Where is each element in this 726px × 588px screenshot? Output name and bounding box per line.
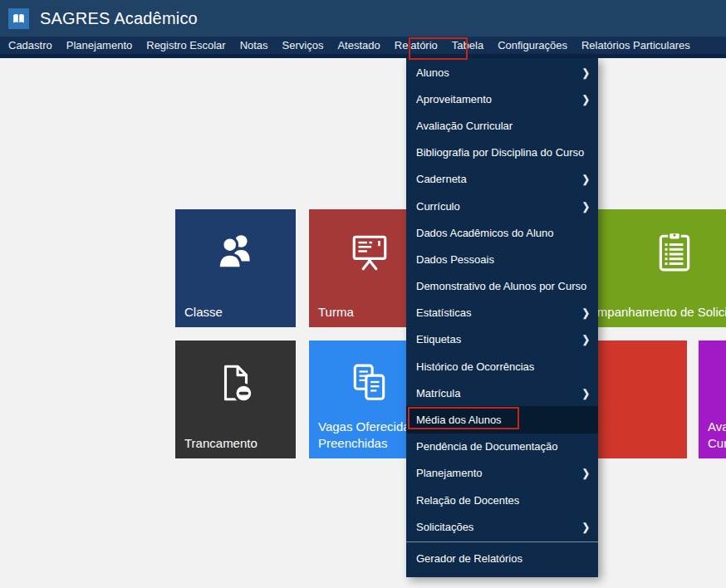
dropdown-item-label: Matrícula <box>416 387 460 399</box>
dropdown-separator <box>406 541 598 542</box>
dropdown-item-label: Planejamento <box>416 467 483 479</box>
menubar-bottom-edge <box>0 54 726 58</box>
submenu-arrow-icon: ❯ <box>582 66 590 79</box>
users-icon <box>215 231 257 272</box>
dropdown-item-label: Avaliação Curricular <box>416 120 513 132</box>
menubar-item-configuracoes[interactable]: Configurações <box>498 39 567 51</box>
dropdown-item-label: Estatísticas <box>416 306 471 319</box>
tile-label: Turma <box>318 304 354 321</box>
relatorio-dropdown-menu: Alunos❯Aproveitamento❯Avaliação Curricul… <box>406 58 598 577</box>
tile-label: Vagas Oferecidas Preenchidas <box>318 419 416 452</box>
app-title: SAGRES Acadêmico <box>40 9 198 28</box>
submenu-arrow-icon: ❯ <box>582 173 590 185</box>
dropdown-item-media-dos-alunos[interactable]: Média dos Alunos <box>406 406 598 433</box>
submenu-arrow-icon: ❯ <box>582 200 590 213</box>
dropdown-item-label: Currículo <box>416 200 460 213</box>
clipboard-list-icon <box>654 231 695 272</box>
dropdown-item-historico-de-ocorrencias[interactable]: Histórico de Ocorrências <box>406 353 598 380</box>
dropdown-item-label: Aproveitamento <box>416 93 492 105</box>
menubar-item-tabela[interactable]: Tabela <box>452 39 483 51</box>
menubar-item-atestado[interactable]: Atestado <box>337 39 380 51</box>
dropdown-item-avaliacao-curricular[interactable]: Avaliação Curricular <box>406 112 598 139</box>
menubar-item-servicos[interactable]: Serviços <box>282 39 324 51</box>
dropdown-item-bibliografia-por-disciplina-do-curso[interactable]: Bibliografia por Disciplina do Curso <box>406 140 598 166</box>
dropdown-item-label: Média dos Alunos <box>416 414 502 426</box>
dropdown-item-dados-pessoais[interactable]: Dados Pessoais <box>406 246 598 272</box>
menubar-item-notas[interactable]: Notas <box>240 39 268 51</box>
dropdown-item-label: Histórico de Ocorrências <box>416 360 534 373</box>
submenu-arrow-icon: ❯ <box>582 333 590 345</box>
dropdown-item-label: Bibliografia por Disciplina do Curso <box>416 146 584 159</box>
dropdown-item-label: Dados Pessoais <box>416 253 494 266</box>
dropdown-item-solicitacoes[interactable]: Solicitações❯ <box>406 513 598 540</box>
tile-label: Avaliação Curricular <box>708 419 726 452</box>
submenu-arrow-icon: ❯ <box>582 306 590 319</box>
open-book-icon <box>8 8 29 29</box>
tile-classe[interactable]: Classe <box>175 209 296 327</box>
tile-avaliacao-curricular[interactable]: Avaliação Curricular <box>699 341 726 458</box>
dropdown-item-label: Demonstrativo de Alunos por Curso <box>416 280 586 292</box>
submenu-arrow-icon: ❯ <box>582 387 590 399</box>
dropdown-item-relacao-de-docentes[interactable]: Relação de Docentes <box>406 487 598 513</box>
menubar-item-planejamento[interactable]: Planejamento <box>66 39 133 51</box>
dropdown-item-matricula[interactable]: Matrícula❯ <box>406 380 598 406</box>
dropdown-item-estatisticas[interactable]: Estatísticas❯ <box>406 300 598 326</box>
submenu-arrow-icon: ❯ <box>582 93 590 105</box>
dropdown-item-caderneta[interactable]: Caderneta❯ <box>406 166 598 193</box>
document-minus-icon <box>215 362 257 404</box>
tile-label: Classe <box>184 304 223 321</box>
dropdown-item-label: Caderneta <box>416 173 467 185</box>
dropdown-item-demonstrativo-de-alunos-por-curso[interactable]: Demonstrativo de Alunos por Curso <box>406 273 598 300</box>
dropdown-item-dados-academicos-do-aluno[interactable]: Dados Acadêmicos do Aluno <box>406 219 598 246</box>
dropdown-item-aproveitamento[interactable]: Aproveitamento❯ <box>406 86 598 112</box>
dropdown-item-label: Dados Acadêmicos do Aluno <box>416 227 554 239</box>
app-window: SAGRES Acadêmico CadastroPlanejamentoReg… <box>0 0 726 588</box>
dropdown-item-gerador-de-relatorios[interactable]: Gerador de Relatórios <box>406 544 598 572</box>
tile-label: Trancamento <box>184 435 258 452</box>
dropdown-item-label: Pendência de Documentação <box>416 440 558 453</box>
presentation-board-icon <box>349 231 390 272</box>
menubar-item-relatorios-particulares[interactable]: Relatórios Particulares <box>581 39 690 51</box>
dropdown-item-label: Alunos <box>416 66 449 79</box>
submenu-arrow-icon: ❯ <box>582 467 590 479</box>
dropdown-item-pendencia-de-documentacao[interactable]: Pendência de Documentação <box>406 434 598 460</box>
dropdown-item-label: Relação de Docentes <box>416 494 519 507</box>
dropdown-item-alunos[interactable]: Alunos❯ <box>406 59 598 86</box>
tile-trancamento[interactable]: Trancamento <box>175 341 296 458</box>
menubar-item-cadastro[interactable]: Cadastro <box>8 39 52 51</box>
dropdown-item-label: Etiquetas <box>416 333 461 345</box>
dropdown-item-label: Solicitações <box>416 521 473 533</box>
menubar-item-relatorio[interactable]: Relatório <box>395 39 438 51</box>
tile-label: Acompanhamento de Solicitações <box>576 304 726 321</box>
submenu-arrow-icon: ❯ <box>582 521 590 533</box>
main-menubar: CadastroPlanejamentoRegistro EscolarNota… <box>0 37 726 54</box>
dropdown-item-planejamento[interactable]: Planejamento❯ <box>406 460 598 487</box>
dropdown-item-curriculo[interactable]: Currículo❯ <box>406 193 598 219</box>
menubar-item-registro-escolar[interactable]: Registro Escolar <box>146 39 225 51</box>
app-header: SAGRES Acadêmico <box>0 0 726 37</box>
dropdown-item-etiquetas[interactable]: Etiquetas❯ <box>406 326 598 353</box>
documents-icon <box>349 362 390 404</box>
